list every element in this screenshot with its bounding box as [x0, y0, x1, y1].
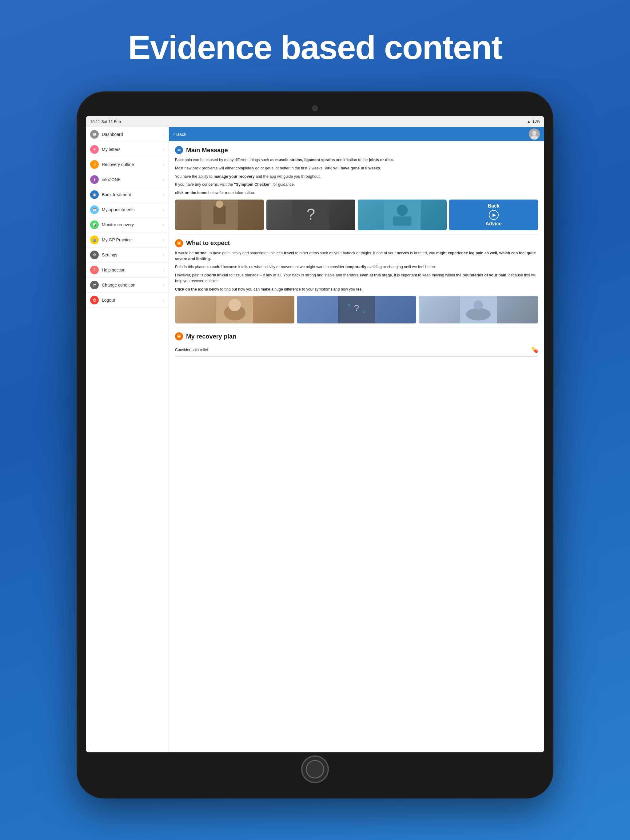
home-button[interactable] — [301, 755, 329, 783]
help-section-icon: ? — [90, 266, 99, 274]
back-advice-label-line2: Advice — [486, 221, 502, 227]
settings-label: Settings — [102, 253, 117, 257]
what-to-expect-header: ⏩ What to expect — [175, 239, 538, 247]
chevron-icon: › — [163, 132, 164, 137]
dashboard-label: Dashboard — [102, 132, 123, 137]
chevron-icon: › — [163, 283, 164, 287]
sidebar: ⊞ Dashboard › ✉ My letters › ↺ Recover — [86, 127, 169, 752]
what-to-expect-para3: However, pain is poorly linked to tissue… — [175, 272, 538, 284]
main-message-images: ? Back — [175, 199, 538, 230]
svg-point-16 — [229, 299, 241, 311]
what-to-expect-title: What to expect — [186, 240, 230, 246]
logout-icon: ⏻ — [90, 296, 99, 305]
question-thumb[interactable]: ? — [266, 199, 355, 230]
yoga-thumb[interactable] — [419, 296, 538, 324]
sidebar-item-change-condition[interactable]: ⇄ Change condition › — [86, 278, 169, 293]
svg-point-8 — [216, 201, 223, 208]
main-content: ‹ Back — [169, 127, 544, 752]
back-thumb[interactable] — [175, 199, 264, 230]
back-advice-button[interactable]: Back ▶ Advice — [449, 199, 538, 230]
divider — [175, 235, 538, 235]
svg-text:?: ? — [354, 303, 359, 313]
sidebar-item-book-treatment[interactable]: 📋 Book treatment › — [86, 187, 169, 202]
what-to-expect-para1: It would be normal to have pain locally … — [175, 250, 538, 262]
sidebar-item-infozone[interactable]: ℹ infoZONE › — [86, 172, 169, 187]
recovery-plan-title: My recovery plan — [186, 333, 236, 340]
status-bar: 19:11 Sat 11 Feb ▲ 10% — [86, 116, 544, 127]
tablet-top-bar — [86, 101, 544, 116]
my-gp-label: My GP Practice — [102, 237, 131, 242]
main-message-para4: If you have any concerns, visit the "Sym… — [175, 182, 538, 188]
battery-level: 10% — [532, 119, 540, 123]
what-to-expect-images: ? ? ? — [175, 296, 538, 324]
sidebar-item-my-appointments[interactable]: 📅 My appointments › — [86, 202, 169, 217]
logout-label: Logout — [102, 298, 115, 303]
chevron-icon: › — [163, 177, 164, 182]
tablet-frame: 19:11 Sat 11 Feb ▲ 10% ⊞ Dashboard › — [77, 91, 553, 799]
book-treatment-icon: 📋 — [90, 190, 99, 199]
svg-rect-13 — [393, 216, 412, 226]
main-message-para5: click on the icons below for more inform… — [175, 190, 538, 196]
screen-content: ⊞ Dashboard › ✉ My letters › ↺ Recover — [86, 127, 544, 752]
recovery-plan-item-icon: 💊 — [531, 346, 538, 353]
sidebar-item-logout[interactable]: ⏻ Logout › — [86, 293, 169, 308]
nav-bar: ‹ Back — [169, 127, 544, 141]
monitor-recovery-label: Monitor recovery — [102, 222, 134, 227]
hand-thumb[interactable] — [175, 296, 294, 324]
divider2 — [175, 328, 538, 328]
chevron-icon: › — [163, 253, 164, 257]
chevron-icon: › — [163, 237, 164, 242]
infozone-label: infoZONE — [102, 177, 120, 182]
svg-point-5 — [179, 149, 180, 151]
sidebar-item-recovery-outline[interactable]: ↺ Recovery outline › — [86, 157, 169, 172]
monitor-recovery-icon: 📊 — [90, 221, 99, 229]
settings-icon: ⚙ — [90, 251, 99, 259]
change-condition-icon: ⇄ — [90, 281, 99, 289]
chevron-icon: › — [163, 222, 164, 227]
sidebar-item-my-gp-practice[interactable]: 🏥 My GP Practice › — [86, 232, 169, 248]
what-to-expect-para2: Pain in this phase is useful because it … — [175, 264, 538, 270]
svg-text:?: ? — [307, 206, 315, 223]
main-message-header: Main Message — [175, 146, 538, 154]
home-button-inner — [306, 760, 324, 778]
content-body: Main Message Back pain can be caused by … — [169, 141, 544, 362]
recovery-plan-header: ⏩ My recovery plan — [175, 332, 538, 340]
my-appointments-label: My appointments — [102, 207, 135, 212]
recovery-plan-item: Consider pain relief — [175, 348, 208, 352]
status-bar-right: ▲ 10% — [527, 119, 540, 123]
my-gp-icon: 🏥 — [90, 235, 99, 244]
status-time: 19:11 Sat 11 Feb — [90, 119, 121, 124]
avatar — [529, 128, 540, 140]
my-appointments-icon: 📅 — [90, 205, 99, 214]
book-treatment-label: Book treatment — [102, 192, 131, 197]
svg-point-23 — [474, 300, 483, 309]
sidebar-item-my-letters[interactable]: ✉ My letters › — [86, 142, 169, 157]
sidebar-item-help-section[interactable]: ? Help section › — [86, 262, 169, 278]
recovery-plan-row[interactable]: Consider pain relief 💊 — [175, 343, 538, 357]
what-to-expect-icon: ⏩ — [175, 239, 183, 247]
sidebar-item-dashboard[interactable]: ⊞ Dashboard › — [86, 127, 169, 142]
main-message-para2: Most new back problems will either compl… — [175, 166, 538, 171]
what-to-expect-para4: Click on the icons below to find out how… — [175, 287, 538, 292]
infozone-icon: ℹ — [90, 175, 99, 184]
chevron-icon: › — [163, 192, 164, 197]
wifi-icon: ▲ — [527, 119, 531, 123]
recovery-outline-icon: ↺ — [90, 160, 99, 169]
swim-thumb[interactable] — [358, 199, 446, 230]
recovery-outline-label: Recovery outline — [102, 162, 134, 167]
tech-thumb[interactable]: ? ? ? — [297, 296, 416, 324]
svg-rect-7 — [214, 206, 226, 224]
chevron-icon: › — [163, 147, 164, 152]
sidebar-item-settings[interactable]: ⚙ Settings › — [86, 248, 169, 262]
back-button[interactable]: ‹ Back — [173, 131, 187, 137]
main-message-icon — [175, 146, 183, 154]
svg-point-12 — [397, 205, 408, 216]
recovery-plan-icon: ⏩ — [175, 332, 183, 340]
main-message-para1: Back pain can be caused by many differen… — [175, 157, 538, 163]
chevron-icon: › — [163, 298, 164, 303]
page-title: Evidence based content — [128, 28, 502, 67]
sidebar-item-monitor-recovery[interactable]: 📊 Monitor recovery › — [86, 217, 169, 232]
my-letters-label: My letters — [102, 147, 120, 152]
my-letters-icon: ✉ — [90, 145, 99, 154]
chevron-icon: › — [163, 162, 164, 167]
